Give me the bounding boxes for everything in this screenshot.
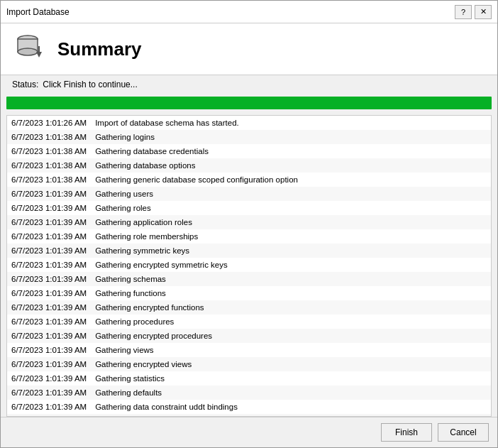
header-title: Summary [57, 38, 142, 60]
log-time: 6/7/2023 1:01:38 AM [7, 144, 92, 158]
log-time: 6/7/2023 1:01:39 AM [7, 286, 92, 300]
title-bar: Import Database ? ✕ [1, 1, 497, 23]
svg-rect-4 [38, 46, 40, 52]
log-row: 6/7/2023 1:01:38 AMGathering logins [7, 130, 491, 144]
log-time: 6/7/2023 1:01:39 AM [7, 371, 92, 386]
log-message: Gathering database credentials [92, 144, 211, 158]
header-section: Summary [1, 23, 497, 75]
log-time: 6/7/2023 1:01:39 AM [7, 400, 92, 414]
log-message: Gathering users [92, 187, 156, 201]
log-row: 6/7/2023 1:01:39 AMGathering views [7, 343, 491, 357]
log-message: Gathering database options [92, 158, 198, 173]
log-row: 6/7/2023 1:01:39 AMGathering encrypted f… [7, 300, 491, 315]
log-time: 6/7/2023 1:01:39 AM [7, 386, 92, 400]
log-message: Gathering views [92, 343, 156, 357]
log-row: 6/7/2023 1:01:39 AMGathering data constr… [7, 400, 491, 414]
log-time: 6/7/2023 1:01:39 AM [7, 201, 92, 215]
help-button[interactable]: ? [455, 5, 472, 19]
cancel-button[interactable]: Cancel [438, 423, 489, 442]
status-bar: Status: Click Finish to continue... [1, 75, 497, 94]
log-row: 6/7/2023 1:01:39 AMGathering encrypted p… [7, 329, 491, 343]
log-time: 6/7/2023 1:01:39 AM [7, 229, 92, 244]
title-bar-buttons: ? ✕ [455, 5, 492, 19]
log-time: 6/7/2023 1:01:39 AM [7, 357, 92, 371]
log-row: 6/7/2023 1:01:38 AMGathering database cr… [7, 144, 491, 158]
log-time: 6/7/2023 1:01:39 AM [7, 215, 92, 229]
log-row: 6/7/2023 1:01:39 AMGathering encrypted s… [7, 258, 491, 272]
log-message: Gathering application roles [92, 215, 195, 229]
log-row: 6/7/2023 1:01:39 AMGathering roles [7, 201, 491, 215]
finish-button[interactable]: Finish [381, 423, 432, 442]
log-time: 6/7/2023 1:01:39 AM [7, 258, 92, 272]
log-time: 6/7/2023 1:01:39 AM [7, 315, 92, 329]
log-row: 6/7/2023 1:01:38 AMGathering generic dat… [7, 173, 491, 187]
log-time: 6/7/2023 1:01:39 AM [7, 272, 92, 286]
log-message: Gathering encrypted symmetric keys [92, 258, 231, 272]
log-time: 6/7/2023 1:01:39 AM [7, 343, 92, 357]
log-row: 6/7/2023 1:01:39 AMGathering statistics [7, 371, 491, 386]
database-import-icon [12, 32, 46, 66]
log-row: 6/7/2023 1:01:39 AMGathering role member… [7, 229, 491, 244]
log-time: 6/7/2023 1:01:39 AM [7, 244, 92, 258]
log-time: 6/7/2023 1:01:39 AM [7, 300, 92, 315]
log-message: Gathering data constraint uddt bindings [92, 400, 240, 414]
log-row: 6/7/2023 1:01:39 AMGathering symmetric k… [7, 244, 491, 258]
log-time: 6/7/2023 1:01:39 AM [7, 329, 92, 343]
log-row: 6/7/2023 1:01:39 AMGathering defaults [7, 386, 491, 400]
log-row: 6/7/2023 1:01:39 AMGathering schemas [7, 272, 491, 286]
close-button[interactable]: ✕ [475, 5, 492, 19]
status-text: Click Finish to continue... [43, 80, 137, 89]
log-entries: 6/7/2023 1:01:26 AMImport of database sc… [7, 116, 491, 417]
status-label: Status: [12, 80, 38, 89]
log-message: Gathering role memberships [92, 229, 201, 244]
log-message: Gathering generic database scoped config… [92, 173, 301, 187]
log-row: 6/7/2023 1:01:39 AMGathering functions [7, 286, 491, 300]
dialog-title: Import Database [6, 7, 70, 17]
log-time: 6/7/2023 1:01:38 AM [7, 130, 92, 144]
log-row: 6/7/2023 1:01:39 AMGathering procedures [7, 315, 491, 329]
log-row: 6/7/2023 1:01:39 AMGathering users [7, 187, 491, 201]
log-message: Gathering functions [92, 286, 169, 300]
log-time: 6/7/2023 1:01:39 AM [7, 187, 92, 201]
log-message: Gathering defaults [92, 386, 165, 400]
log-message: Gathering symmetric keys [92, 244, 192, 258]
log-message: Gathering schemas [92, 272, 169, 286]
log-message: Import of database schema has started. [92, 116, 242, 130]
log-row: 6/7/2023 1:01:26 AMImport of database sc… [7, 116, 491, 130]
log-time: 6/7/2023 1:01:38 AM [7, 158, 92, 173]
log-row: 6/7/2023 1:01:39 AMGathering application… [7, 215, 491, 229]
progress-bar-container [1, 94, 497, 115]
log-message: Gathering roles [92, 201, 154, 215]
log-message: Gathering encrypted views [92, 357, 194, 371]
progress-bar [6, 97, 492, 109]
log-message: Gathering statistics [92, 371, 167, 386]
log-area[interactable]: 6/7/2023 1:01:26 AMImport of database sc… [6, 115, 492, 417]
footer: Finish Cancel [1, 417, 497, 447]
log-row: 6/7/2023 1:01:38 AMGathering database op… [7, 158, 491, 173]
svg-point-2 [18, 48, 38, 55]
log-message: Gathering procedures [92, 315, 177, 329]
log-row: 6/7/2023 1:01:39 AMGathering encrypted v… [7, 357, 491, 371]
log-message: Gathering encrypted functions [92, 300, 206, 315]
svg-marker-3 [36, 52, 42, 58]
log-message: Gathering logins [92, 130, 157, 144]
log-time: 6/7/2023 1:01:38 AM [7, 173, 92, 187]
log-message: Gathering encrypted procedures [92, 329, 215, 343]
import-database-dialog: Import Database ? ✕ Summary Status: Clic… [0, 0, 498, 448]
log-time: 6/7/2023 1:01:26 AM [7, 116, 92, 130]
